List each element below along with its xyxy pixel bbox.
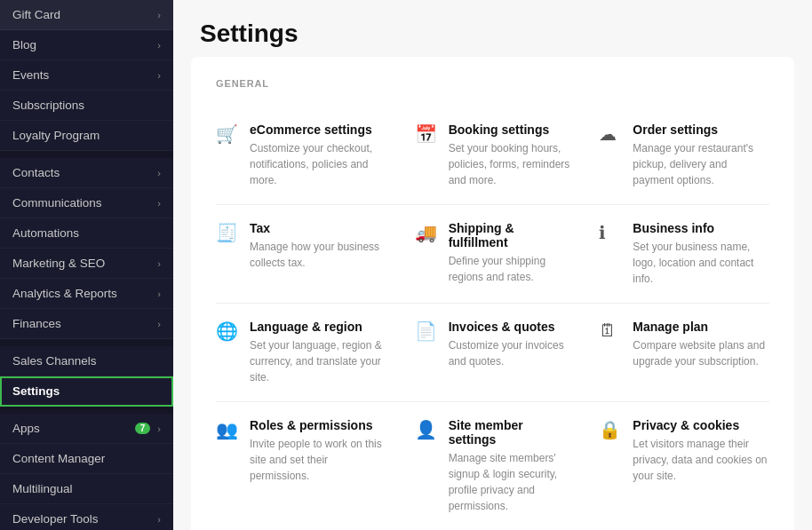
sidebar-item-contacts[interactable]: Contacts› [0, 158, 173, 188]
settings-item-text: Booking settingsSet your booking hours, … [449, 123, 571, 188]
sidebar-item-blog[interactable]: Blog› [0, 30, 173, 60]
settings-item-text: TaxManage how your business collects tax… [250, 221, 386, 271]
settings-item-title: Invoices & quotes [449, 320, 571, 334]
settings-item-title: Privacy & cookies [633, 418, 769, 432]
chevron-right-icon: › [157, 423, 161, 434]
settings-item-description: Define your shipping regions and rates. [449, 253, 571, 285]
chevron-right-icon: › [157, 198, 161, 209]
settings-item-text: Business infoSet your business name, log… [633, 221, 769, 287]
settings-item-description: Set your business name, logo, location a… [633, 239, 769, 287]
sidebar-section-gap [0, 407, 173, 414]
page-title: Settings [200, 20, 785, 48]
settings-item-privacy---cookies[interactable]: 🔒Privacy & cookiesLet visitors manage th… [585, 402, 769, 530]
settings-panel: GENERAL 🛒eCommerce settingsCustomize you… [191, 57, 794, 530]
settings-item-text: Manage planCompare website plans and upg… [633, 320, 769, 369]
sidebar-item-content-manager[interactable]: Content Manager [0, 444, 173, 474]
sidebar-section-gap [0, 151, 173, 158]
settings-item-description: Compare website plans and upgrade your s… [633, 337, 769, 369]
settings-item-icon: ℹ [599, 222, 622, 243]
sidebar-item-multilingual[interactable]: Multilingual [0, 474, 173, 504]
sidebar-item-communications[interactable]: Communications› [0, 188, 173, 218]
settings-item-booking-settings[interactable]: 📅Booking settingsSet your booking hours,… [401, 107, 585, 205]
settings-item-tax[interactable]: 🧾TaxManage how your business collects ta… [216, 205, 401, 304]
page-header: Settings [173, 0, 812, 57]
sidebar-item-gift-card[interactable]: Gift Card› [0, 0, 173, 30]
sidebar-item-events[interactable]: Events› [0, 60, 173, 91]
settings-item-description: Manage how your business collects tax. [250, 239, 386, 271]
settings-item-invoices---quotes[interactable]: 📄Invoices & quotesCustomize your invoice… [401, 304, 585, 402]
settings-item-title: Booking settings [449, 123, 571, 137]
settings-item-title: Shipping & fulfillment [449, 221, 571, 249]
settings-item-text: Roles & permissionsInvite people to work… [250, 418, 386, 484]
settings-item-description: Set your language, region & currency, an… [250, 337, 386, 385]
settings-item-title: Order settings [633, 123, 769, 137]
chevron-right-icon: › [157, 258, 161, 269]
chevron-right-icon: › [157, 514, 161, 525]
settings-item-text: Privacy & cookiesLet visitors manage the… [633, 418, 769, 484]
settings-item-order-settings[interactable]: ☁Order settingsManage your restaurant's … [585, 107, 769, 205]
settings-item-manage-plan[interactable]: 🗓Manage planCompare website plans and up… [585, 304, 769, 402]
settings-item-text: Site member settingsManage site members'… [449, 418, 571, 514]
settings-item-shipping---fulfillment[interactable]: 🚚Shipping & fulfillmentDefine your shipp… [401, 205, 585, 304]
settings-item-title: Tax [250, 221, 386, 235]
sidebar-item-label: Finances [12, 317, 61, 330]
sidebar-item-label: Developer Tools [12, 512, 99, 526]
settings-item-language---region[interactable]: 🌐Language & regionSet your language, reg… [216, 304, 401, 402]
settings-item-roles---permissions[interactable]: 👥Roles & permissionsInvite people to wor… [216, 402, 401, 530]
sidebar-item-analytics---reports[interactable]: Analytics & Reports› [0, 279, 173, 309]
sidebar-item-subscriptions[interactable]: Subscriptions [0, 91, 173, 121]
settings-item-description: Invite people to work on this site and s… [250, 436, 386, 484]
sidebar-item-automations[interactable]: Automations [0, 218, 173, 249]
chevron-right-icon: › [157, 40, 161, 51]
chevron-right-icon: › [157, 10, 161, 20]
sidebar-item-loyalty-program[interactable]: Loyalty Program [0, 121, 173, 151]
settings-item-title: Business info [633, 221, 769, 235]
sidebar-item-marketing---seo[interactable]: Marketing & SEO› [0, 249, 173, 279]
sidebar-item-finances[interactable]: Finances› [0, 309, 173, 339]
sidebar-item-label: Multilingual [12, 482, 73, 495]
settings-item-text: Order settingsManage your restaurant's p… [633, 123, 769, 188]
sidebar-item-settings[interactable]: Settings [0, 376, 173, 407]
sidebar-item-apps[interactable]: Apps7› [0, 414, 173, 444]
main-content-area: Settings GENERAL 🛒eCommerce settingsCust… [173, 0, 812, 530]
settings-item-title: Roles & permissions [250, 418, 386, 432]
settings-item-text: Language & regionSet your language, regi… [250, 320, 386, 385]
settings-grid: 🛒eCommerce settingsCustomize your checko… [216, 107, 769, 530]
sidebar-item-label: Apps [12, 422, 40, 435]
settings-item-title: Language & region [250, 320, 386, 334]
settings-item-icon: 🛒 [216, 123, 239, 145]
settings-item-icon: 🧾 [216, 222, 239, 243]
settings-item-ecommerce-settings[interactable]: 🛒eCommerce settingsCustomize your checko… [216, 107, 401, 205]
settings-item-site-member-settings[interactable]: 👤Site member settingsManage site members… [401, 402, 585, 530]
settings-item-text: Shipping & fulfillmentDefine your shippi… [449, 221, 571, 285]
settings-item-business-info[interactable]: ℹBusiness infoSet your business name, lo… [585, 205, 769, 304]
settings-item-icon: 🗓 [599, 320, 622, 341]
sidebar-item-label: Gift Card [12, 8, 60, 21]
settings-item-title: Manage plan [633, 320, 769, 334]
settings-item-description: Set your booking hours, policies, forms,… [449, 140, 571, 188]
settings-item-text: Invoices & quotesCustomize your invoices… [449, 320, 571, 369]
sidebar-item-label: Settings [12, 384, 60, 398]
settings-item-icon: 🔒 [599, 419, 622, 440]
sidebar: Gift Card›Blog›Events›SubscriptionsLoyal… [0, 0, 173, 530]
sidebar-badge: 7 [135, 423, 151, 434]
sidebar-item-label: Marketing & SEO [12, 257, 105, 270]
settings-item-description: Let visitors manage their privacy, data … [633, 436, 769, 484]
settings-item-icon: 👤 [415, 419, 438, 440]
sidebar-item-label: Loyalty Program [12, 129, 100, 142]
sidebar-item-label: Subscriptions [12, 99, 84, 112]
sidebar-item-label: Events [12, 68, 49, 82]
sidebar-item-label: Sales Channels [12, 354, 97, 368]
sidebar-item-sales-channels[interactable]: Sales Channels [0, 346, 173, 376]
sidebar-item-label: Automations [12, 226, 79, 240]
chevron-right-icon: › [157, 168, 161, 178]
settings-item-description: Manage site members' signup & login secu… [449, 450, 571, 514]
settings-item-text: eCommerce settingsCustomize your checkou… [250, 123, 386, 188]
sidebar-item-label: Analytics & Reports [12, 287, 117, 300]
settings-item-icon: 👥 [216, 419, 239, 440]
settings-item-icon: 📄 [415, 320, 438, 342]
settings-item-title: Site member settings [449, 418, 571, 447]
sidebar-item-label: Blog [12, 38, 36, 51]
sidebar-item-developer-tools[interactable]: Developer Tools› [0, 504, 173, 530]
settings-item-icon: 📅 [415, 123, 438, 145]
